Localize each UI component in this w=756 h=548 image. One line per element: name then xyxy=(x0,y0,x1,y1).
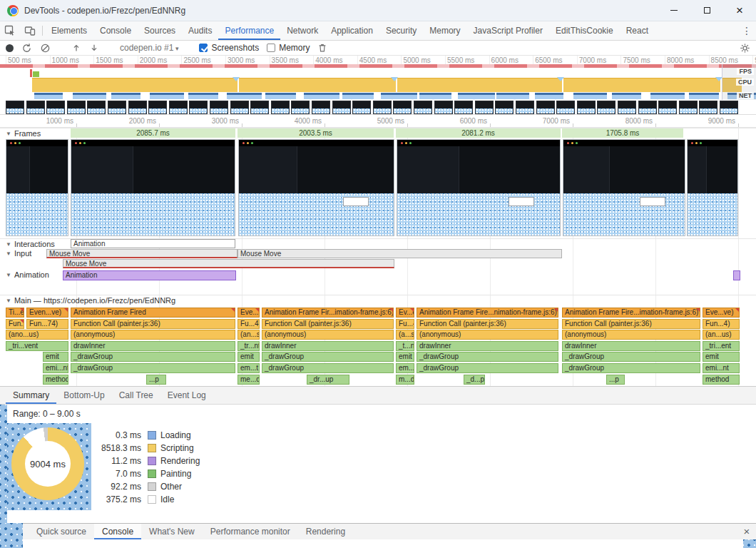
tab-memory[interactable]: Memory xyxy=(423,21,466,40)
overview-screenshot[interactable] xyxy=(46,101,65,114)
overview-screenshot[interactable] xyxy=(556,101,575,114)
tab-javascript-profiler[interactable]: JavaScript Profiler xyxy=(467,21,549,40)
overview-screenshot[interactable] xyxy=(291,101,310,114)
flame-bar[interactable]: emi...nt xyxy=(703,363,740,373)
inspect-element-button[interactable] xyxy=(0,21,20,40)
filmstrip-screenshot[interactable] xyxy=(71,139,235,236)
overview-screenshot[interactable] xyxy=(679,101,698,114)
flame-bar[interactable]: Fun...74) xyxy=(26,319,68,329)
overview-screenshot[interactable] xyxy=(189,101,208,114)
flame-bar[interactable]: _t...nt xyxy=(396,341,414,351)
overview-screenshot[interactable] xyxy=(6,101,24,114)
filmstrip-screenshot[interactable] xyxy=(6,139,68,236)
filmstrip-screenshot[interactable] xyxy=(238,139,394,236)
more-options-button[interactable] xyxy=(737,21,756,40)
flame-bar[interactable]: _tri...vent xyxy=(6,341,68,351)
flame-bar[interactable]: _drawGroup xyxy=(71,363,235,373)
flame-bar[interactable]: drawInner xyxy=(562,341,700,351)
overview-screenshot[interactable] xyxy=(271,101,290,114)
overview-screenshot[interactable] xyxy=(393,101,412,114)
tab-network[interactable]: Network xyxy=(280,21,325,40)
frame-duration-bar[interactable]: 2003.5 ms xyxy=(237,128,394,138)
record-button[interactable] xyxy=(6,44,14,52)
flame-bar[interactable]: (anonymous) xyxy=(417,330,558,340)
flame-bar[interactable]: _drawGroup xyxy=(562,352,700,362)
flame-bar[interactable]: Function Call (painter.js:36) xyxy=(262,319,394,329)
flame-bar[interactable]: Fun...8) xyxy=(6,319,24,329)
target-select[interactable]: codepen.io #1 xyxy=(120,43,178,53)
tab-performance[interactable]: Performance xyxy=(218,21,280,40)
flame-bar[interactable]: ...p xyxy=(146,375,166,385)
screenshots-checkbox[interactable]: Screenshots xyxy=(199,43,259,53)
overview-screenshot[interactable] xyxy=(169,101,188,114)
load-profile-button[interactable] xyxy=(71,43,81,53)
overview-screenshot[interactable] xyxy=(108,101,126,114)
flame-bar[interactable]: Animation Frame Fir...imation-frame.js:6… xyxy=(262,308,394,318)
save-profile-button[interactable] xyxy=(89,43,99,53)
flame-bar[interactable]: drawInner xyxy=(417,341,558,351)
overview-screenshot[interactable] xyxy=(475,101,494,114)
overview-screenshot[interactable] xyxy=(516,101,534,114)
drawer-tab-quick-source[interactable]: Quick source xyxy=(29,524,94,539)
flame-bar[interactable]: Function Call (painter.js:36) xyxy=(417,319,558,329)
tab-editthiscookie[interactable]: EditThisCookie xyxy=(549,21,620,40)
overview-screenshot[interactable] xyxy=(87,101,106,114)
overview-screenshot[interactable] xyxy=(720,101,738,114)
overview-screenshot[interactable] xyxy=(434,101,453,114)
flame-bar[interactable]: emit xyxy=(396,352,414,362)
overview-screenshot[interactable] xyxy=(26,101,45,114)
tab-sources[interactable]: Sources xyxy=(138,21,182,40)
overview-screenshot[interactable] xyxy=(352,101,371,114)
overview-screenshot[interactable] xyxy=(618,101,636,114)
tab-security[interactable]: Security xyxy=(379,21,423,40)
drawer-tab-what-s-new[interactable]: What's New xyxy=(141,524,203,539)
main-thread-section-header[interactable]: Main — https://codepen.io/Frezc/pen/EdNN… xyxy=(0,295,756,307)
drawer-tab-rendering[interactable]: Rendering xyxy=(298,524,353,539)
flame-bar[interactable]: Animation Frame Fire...nimation-frame.js… xyxy=(417,308,558,318)
interaction-bar[interactable]: Animation xyxy=(71,239,235,248)
filmstrip-screenshot[interactable] xyxy=(687,139,738,236)
overview-screenshot[interactable] xyxy=(454,101,473,114)
flame-bar[interactable]: Animation Frame Fire...imation-frame.js:… xyxy=(562,308,700,318)
flame-bar[interactable]: Ti...ed xyxy=(6,308,24,318)
flame-bar[interactable]: drawInner xyxy=(262,341,394,351)
overview-screenshot[interactable] xyxy=(230,101,249,114)
flame-bar[interactable]: emit xyxy=(237,352,260,362)
drawer-tab-performance-monitor[interactable]: Performance monitor xyxy=(203,524,298,539)
flame-bar[interactable]: _tr...nt xyxy=(237,341,260,351)
tab-console[interactable]: Console xyxy=(93,21,138,40)
overview-screenshot[interactable] xyxy=(495,101,514,114)
flame-bar[interactable]: Function Call (painter.js:36) xyxy=(71,319,235,329)
frame-duration-bar[interactable]: 2085.7 ms xyxy=(71,128,235,138)
overview-screenshot[interactable] xyxy=(577,101,596,114)
flame-bar[interactable]: ...p xyxy=(606,375,625,385)
flame-bar[interactable]: emit xyxy=(43,352,68,362)
overview-screenshot[interactable] xyxy=(373,101,392,114)
details-tab-call-tree[interactable]: Call Tree xyxy=(112,387,160,404)
animation-bar[interactable] xyxy=(733,270,740,280)
flame-bar[interactable]: Fu...4) xyxy=(237,319,260,329)
flame-bar[interactable]: (a...s) xyxy=(396,330,414,340)
overview-screenshot[interactable] xyxy=(67,101,86,114)
flame-bar[interactable]: Fu...4) xyxy=(396,319,414,329)
flame-bar[interactable]: _tri...ent xyxy=(703,341,740,351)
overview-screenshot[interactable] xyxy=(536,101,555,114)
details-tab-summary[interactable]: Summary xyxy=(6,387,56,404)
garbage-collect-button[interactable] xyxy=(317,43,327,53)
flame-bar[interactable]: me...d xyxy=(237,375,260,385)
flame-bar[interactable]: _drawGroup xyxy=(417,363,558,373)
minimize-button[interactable] xyxy=(658,0,690,21)
overview-screenshot[interactable] xyxy=(597,101,615,114)
flame-bar[interactable]: _drawGroup xyxy=(562,363,700,373)
input-event-bar[interactable]: Mouse Move xyxy=(46,249,237,258)
drawer-close-button[interactable] xyxy=(737,524,756,539)
filmstrip-screenshot[interactable] xyxy=(397,139,561,236)
overview-screenshot[interactable] xyxy=(699,101,717,114)
tab-audits[interactable]: Audits xyxy=(182,21,218,40)
details-tab-bottom-up[interactable]: Bottom-Up xyxy=(56,387,111,404)
flame-bar[interactable]: _dr...up xyxy=(307,375,349,385)
flame-bar[interactable]: (ano...us) xyxy=(6,330,68,340)
overview-screenshot[interactable] xyxy=(332,101,351,114)
flame-bar[interactable]: Eve...e) xyxy=(237,308,260,318)
flame-bar[interactable]: emit xyxy=(703,352,740,362)
